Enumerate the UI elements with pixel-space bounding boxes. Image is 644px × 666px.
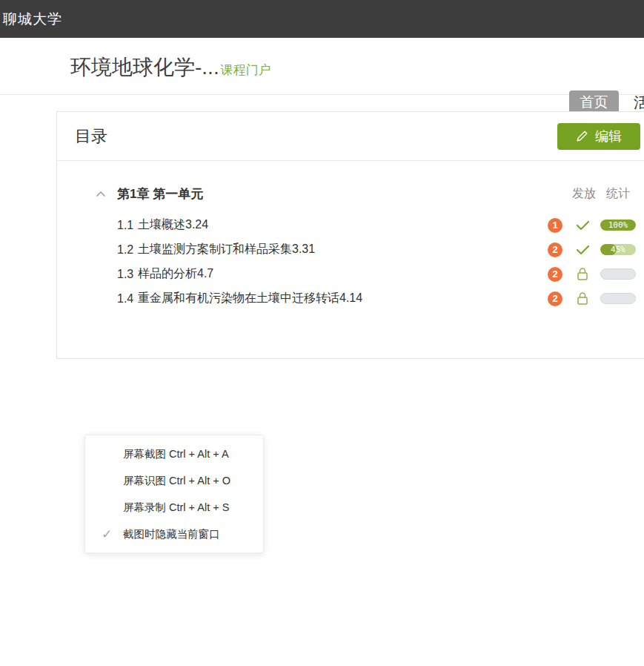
check-icon: ✓ [102,528,112,541]
item-title[interactable]: 土壤概述3.24 [138,217,208,233]
chapter-header-row: 第1章 第一单元 发放 统计 [57,185,644,202]
menu-item-screen-ocr[interactable]: ✓ 屏幕识图 Ctrl + Alt + O [85,467,263,494]
progress-pill [600,268,636,280]
menu-item-hide-window-toggle[interactable]: ✓ 截图时隐藏当前窗口 [85,521,263,547]
count-badge: 2 [548,243,562,257]
table-row[interactable]: 1.2 土壤监测方案制订和样品采集3.31 2 45% [57,237,644,262]
progress-label: 100% [600,220,636,231]
check-icon [575,220,590,231]
menu-item-screen-record[interactable]: ✓ 屏幕录制 Ctrl + Alt + S [85,494,263,521]
lock-icon [575,267,590,281]
menu-item-label: 截图时隐藏当前窗口 [123,527,220,541]
pencil-icon [576,130,588,142]
course-title: 环境地球化学-... [70,53,219,82]
item-title[interactable]: 重金属和有机污染物在土壤中迁移转话4.14 [138,291,362,306]
course-header: 环境地球化学-... 课程门户 首页 活 [0,38,644,95]
item-title[interactable]: 土壤监测方案制订和样品采集3.31 [138,242,315,257]
top-bar: 聊城大学 [0,0,644,38]
column-stats-label: 统计 [606,186,630,202]
progress-pill [600,293,636,304]
progress-label: 45% [600,244,636,255]
progress-pill: 45% [600,244,636,255]
course-title-wrap: 环境地球化学-... 课程门户 [70,53,271,82]
item-status-columns: 1 100% [548,218,636,233]
menu-item-label: 屏幕截图 Ctrl + Alt + A [123,447,229,461]
column-issue-label: 发放 [572,186,596,202]
course-portal-link[interactable]: 课程门户 [221,62,271,79]
chapter-title[interactable]: 第1章 第一单元 [117,185,203,202]
item-number: 1.3 [117,268,138,281]
column-labels: 发放 统计 [572,186,630,202]
table-row[interactable]: 1.1 土壤概述3.24 1 100% [57,213,644,237]
count-badge: 2 [548,267,562,282]
menu-item-label: 屏幕识图 Ctrl + Alt + O [123,474,230,488]
catalog-panel-header: 目录 编辑 [57,112,644,161]
table-row[interactable]: 1.3 样品的分析4.7 2 [57,262,644,286]
item-status-columns: 2 [548,291,636,306]
table-row[interactable]: 1.4 重金属和有机污染物在土壤中迁移转话4.14 2 [57,286,644,311]
item-number: 1.2 [117,243,138,257]
check-icon [575,245,590,255]
progress-pill: 100% [600,220,636,231]
menu-item-label: 屏幕录制 Ctrl + Alt + S [123,501,229,515]
edit-button[interactable]: 编辑 [557,123,640,150]
item-number: 1.4 [117,292,138,306]
menu-item-screen-capture[interactable]: ✓ 屏幕截图 Ctrl + Alt + A [85,441,263,467]
screenshot-tool-menu: ✓ 屏幕截图 Ctrl + Alt + A ✓ 屏幕识图 Ctrl + Alt … [84,435,264,553]
catalog-panel: 目录 编辑 第1章 第一单元 发放 统计 1.1 土壤概述3.24 1 [56,111,644,359]
chevron-up-icon[interactable] [96,191,106,197]
progress-label [601,269,635,279]
count-badge: 2 [548,291,562,306]
item-status-columns: 2 45% [548,243,636,257]
chapter-items: 1.1 土壤概述3.24 1 100% 1.2 土壤监测方案制订和样品采集3.3… [57,213,644,311]
item-status-columns: 2 [548,267,636,282]
lock-icon [575,291,590,306]
university-name: 聊城大学 [3,10,62,29]
count-badge: 1 [548,218,562,233]
progress-label [601,294,635,303]
nav-item-truncated[interactable]: 活 [634,93,644,113]
item-title[interactable]: 样品的分析4.7 [138,266,213,282]
edit-button-label: 编辑 [595,128,622,145]
item-number: 1.1 [117,219,138,232]
catalog-title: 目录 [75,125,107,148]
